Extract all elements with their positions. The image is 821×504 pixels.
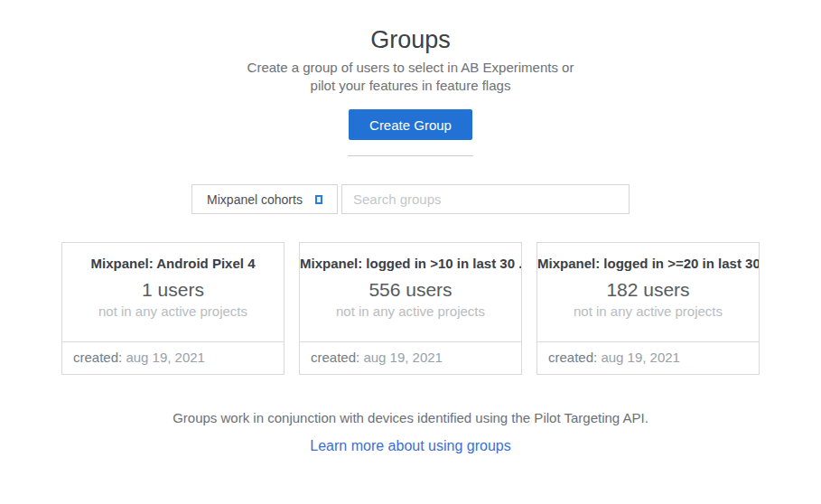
group-card[interactable]: Mixpanel: logged in >=20 in last 30... 1… <box>536 242 760 375</box>
create-group-button[interactable]: Create Group <box>349 109 472 140</box>
group-card-footer: created: aug 19, 2021 <box>62 341 284 374</box>
created-date: aug 19, 2021 <box>126 350 205 365</box>
search-input[interactable] <box>341 184 630 214</box>
page-footer: Groups work in conjunction with devices … <box>0 409 821 454</box>
created-label: created: <box>311 350 359 365</box>
group-card-footer: created: aug 19, 2021 <box>537 341 759 374</box>
group-card-body: Mixpanel: logged in >10 in last 30 ... 5… <box>300 243 521 341</box>
created-date: aug 19, 2021 <box>601 350 680 365</box>
group-card-title: Mixpanel: logged in >10 in last 30 ... <box>300 255 521 272</box>
group-card-user-count: 1 users <box>62 278 284 302</box>
cohort-source-select-value: Mixpanel cohorts <box>207 192 303 207</box>
group-card-project-note: not in any active projects <box>300 303 521 320</box>
groups-page: Groups Create a group of users to select… <box>0 0 821 504</box>
group-card-body: Mixpanel: logged in >=20 in last 30... 1… <box>537 243 759 341</box>
group-cards-row: Mixpanel: Android Pixel 4 1 users not in… <box>0 242 821 375</box>
dropdown-indicator-icon <box>315 195 322 204</box>
page-subtitle: Create a group of users to select in AB … <box>0 59 821 95</box>
divider <box>348 155 473 156</box>
group-card-project-note: not in any active projects <box>62 303 284 320</box>
footer-note: Groups work in conjunction with devices … <box>0 409 821 427</box>
group-card-project-note: not in any active projects <box>537 303 759 320</box>
learn-more-link[interactable]: Learn more about using groups <box>310 438 510 454</box>
page-header: Groups Create a group of users to select… <box>0 0 821 156</box>
group-card[interactable]: Mixpanel: logged in >10 in last 30 ... 5… <box>299 242 522 375</box>
group-card-title: Mixpanel: logged in >=20 in last 30... <box>537 255 759 272</box>
cohort-source-select[interactable]: Mixpanel cohorts <box>191 184 338 214</box>
created-date: aug 19, 2021 <box>363 350 443 365</box>
page-subtitle-line-2: pilot your features in feature flags <box>0 77 821 95</box>
group-card-user-count: 182 users <box>537 278 759 302</box>
group-card-user-count: 556 users <box>300 278 521 302</box>
group-card-footer: created: aug 19, 2021 <box>300 341 521 374</box>
group-card-title: Mixpanel: Android Pixel 4 <box>62 255 284 272</box>
created-label: created: <box>548 350 597 365</box>
created-label: created: <box>73 350 122 365</box>
page-title: Groups <box>0 25 821 54</box>
group-card[interactable]: Mixpanel: Android Pixel 4 1 users not in… <box>61 242 285 375</box>
page-subtitle-line-1: Create a group of users to select in AB … <box>0 59 821 77</box>
group-card-body: Mixpanel: Android Pixel 4 1 users not in… <box>62 243 284 341</box>
filter-controls: Mixpanel cohorts <box>0 184 821 214</box>
